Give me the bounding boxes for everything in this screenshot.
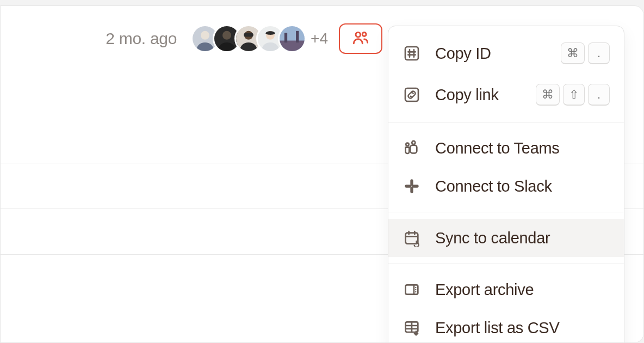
svg-rect-6 <box>244 33 253 36</box>
calendar-sync-icon <box>403 229 421 247</box>
people-icon <box>352 29 369 48</box>
menu-item-label: Connect to Slack <box>435 177 610 195</box>
hash-icon <box>403 44 421 63</box>
avatar-stack[interactable]: +4 <box>191 24 328 53</box>
actions-dropdown: Copy ID⌘.Copy link⌘⇧.Connect to TeamsCon… <box>388 26 624 343</box>
kbd-key: . <box>588 84 610 106</box>
keyboard-shortcut: ⌘. <box>561 42 610 64</box>
kbd-key: ⌘ <box>561 42 585 64</box>
link-icon <box>403 85 421 104</box>
menu-item-copy-link[interactable]: Copy link⌘⇧. <box>388 74 624 115</box>
teams-icon <box>403 139 421 157</box>
kbd-key: ⇧ <box>563 84 585 106</box>
menu-item-export-csv[interactable]: Export list as CSV <box>388 309 624 343</box>
menu-item-label: Connect to Teams <box>435 139 610 157</box>
menu-item-sync-calendar[interactable]: Sync to calendar <box>388 219 624 257</box>
menu-item-label: Copy link <box>435 86 522 104</box>
content-card: 2 mo. ago +4 <box>0 5 644 343</box>
svg-point-3 <box>222 31 231 40</box>
svg-point-13 <box>356 32 361 37</box>
svg-rect-12 <box>296 31 299 42</box>
menu-item-label: Sync to calendar <box>435 229 610 247</box>
avatar-overflow-count[interactable]: +4 <box>311 30 328 47</box>
csv-icon <box>403 318 421 337</box>
svg-point-14 <box>362 33 366 36</box>
avatar-placeholder-icon <box>280 26 305 51</box>
keyboard-shortcut: ⌘⇧. <box>536 84 610 106</box>
svg-point-1 <box>201 31 209 40</box>
archive-icon <box>403 280 421 299</box>
svg-rect-11 <box>284 33 287 42</box>
menu-item-connect-teams[interactable]: Connect to Teams <box>388 129 624 167</box>
menu-group: Export archiveExport list as CSV <box>388 264 624 343</box>
menu-group: Copy ID⌘.Copy link⌘⇧. <box>388 26 624 122</box>
menu-item-connect-slack[interactable]: Connect to Slack <box>388 167 624 205</box>
menu-item-label: Export archive <box>435 281 610 299</box>
kbd-key: . <box>588 42 610 64</box>
timestamp-text: 2 mo. ago <box>106 29 177 48</box>
kbd-key: ⌘ <box>536 84 560 106</box>
share-button[interactable] <box>339 23 382 54</box>
menu-item-label: Export list as CSV <box>435 319 610 337</box>
svg-rect-10 <box>280 41 305 51</box>
menu-item-label: Copy ID <box>435 45 547 63</box>
menu-group: Connect to TeamsConnect to Slack <box>388 122 624 212</box>
menu-item-copy-id[interactable]: Copy ID⌘. <box>388 33 624 74</box>
slack-icon <box>403 177 421 195</box>
avatar[interactable] <box>278 24 306 53</box>
app-viewport: 2 mo. ago +4 <box>0 0 644 343</box>
menu-group: Sync to calendar <box>388 212 624 264</box>
menu-item-export-archive[interactable]: Export archive <box>388 271 624 309</box>
